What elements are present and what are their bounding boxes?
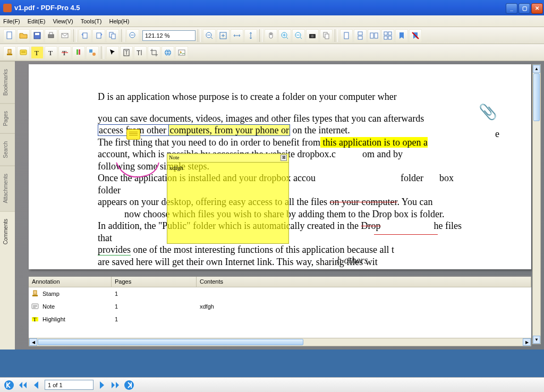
open-button[interactable]	[17, 29, 30, 42]
maximize-button[interactable]: ▢	[518, 3, 530, 14]
note-popup[interactable]: Note⊠ xdfgh	[167, 154, 289, 244]
first-page-button[interactable]	[3, 379, 15, 391]
scroll-thumb-h[interactable]	[38, 339, 303, 345]
svg-text:T: T	[125, 50, 128, 56]
title-bar: v1.pdf - PDF-Pro 4.5 _ ▢ ✕	[0, 0, 544, 15]
scroll-thumb[interactable]	[533, 73, 540, 121]
svg-rect-21	[358, 36, 362, 39]
print-button[interactable]	[45, 29, 57, 42]
zoom-in-button[interactable]	[278, 29, 291, 42]
snapshot-button[interactable]	[306, 29, 319, 42]
scroll-right-arrow[interactable]: ▶	[523, 338, 531, 346]
rotate-left-button[interactable]	[79, 29, 91, 42]
fit-height-button[interactable]	[244, 29, 257, 42]
menu-file[interactable]: File(F)	[3, 18, 20, 24]
attachment-icon[interactable]: 📎	[479, 103, 497, 121]
continuous-facing-button[interactable]	[381, 29, 394, 42]
doc-text: you can save documents, videos, images a…	[98, 113, 462, 125]
svg-rect-20	[358, 32, 362, 35]
copy-button[interactable]	[320, 29, 333, 42]
bookmark-remove-button[interactable]	[409, 29, 422, 42]
prev-page-button[interactable]	[31, 379, 42, 391]
doc-text: The first thing that you need to do in o…	[98, 137, 462, 149]
document-viewport[interactable]: D is an application whose purpose is to …	[15, 61, 544, 350]
menu-edit[interactable]: Edit(E)	[28, 18, 46, 24]
scroll-down-arrow[interactable]: ▼	[533, 336, 540, 344]
highlight-tool-button[interactable]: T	[31, 46, 44, 59]
pencil-tool-button[interactable]	[72, 46, 85, 59]
text-select-button[interactable]: T	[120, 46, 133, 59]
zoom-out-button[interactable]	[203, 29, 216, 42]
page-number-input[interactable]	[45, 380, 94, 390]
svg-point-37	[92, 53, 96, 56]
tab-search[interactable]: Search	[0, 133, 15, 166]
crop-tool-button[interactable]	[148, 46, 160, 59]
menu-view[interactable]: View(V)	[53, 18, 73, 24]
svg-rect-23	[375, 33, 378, 38]
col-annotation[interactable]: Annotation	[29, 277, 112, 287]
line-annotation[interactable]	[374, 234, 438, 235]
menu-tools[interactable]: Tools(T)	[81, 18, 102, 24]
text-tool-button[interactable]: T	[45, 46, 57, 59]
annotation-row[interactable]: Note 1 xdfgh	[29, 300, 531, 313]
tab-bookmarks[interactable]: Bookmarks	[0, 61, 15, 103]
note-popup-body[interactable]: xdfgh	[167, 163, 288, 174]
side-tabs: Bookmarks Pages Search Attachments Comme…	[0, 61, 15, 350]
annotation-row[interactable]: THighlight 1	[29, 313, 531, 326]
zoom-input[interactable]	[142, 30, 196, 41]
shapes-tool-button[interactable]	[86, 46, 99, 59]
tab-comments[interactable]: Comments	[0, 211, 15, 252]
toolbar-annotation: T T T T T	[0, 44, 544, 61]
link-tool-button[interactable]	[162, 46, 174, 59]
prev-page-fast-button[interactable]	[17, 379, 29, 391]
save-button[interactable]	[31, 29, 44, 42]
annotation-row[interactable]: Stamp 1	[29, 287, 531, 300]
last-page-button[interactable]	[123, 379, 135, 391]
app-icon	[3, 4, 12, 12]
tab-pages[interactable]: Pages	[0, 103, 15, 133]
zoom-out-step-button[interactable]	[126, 29, 139, 42]
stamp-tool-button[interactable]	[3, 46, 16, 59]
image-tool-button[interactable]	[175, 46, 188, 59]
note-annotation-icon[interactable]	[126, 129, 140, 140]
next-page-fast-button[interactable]	[109, 379, 121, 391]
vertical-scrollbar[interactable]: ▲ ▼	[532, 64, 541, 344]
ink-annotation[interactable]	[114, 160, 162, 181]
hand-tool-button[interactable]	[265, 29, 277, 42]
note-popup-close[interactable]: ⊠	[280, 155, 287, 161]
stamp-annotation[interactable]: h others	[337, 254, 368, 267]
col-contents[interactable]: Contents	[197, 277, 531, 287]
col-pages[interactable]: Pages	[112, 277, 197, 287]
rotate-right-button[interactable]	[92, 29, 105, 42]
pdf-page[interactable]: D is an application whose purpose is to …	[29, 64, 531, 269]
continuous-button[interactable]	[354, 29, 367, 42]
next-page-button[interactable]	[96, 379, 107, 391]
pages-button[interactable]	[106, 29, 119, 42]
single-page-button[interactable]	[340, 29, 353, 42]
bookmark-button[interactable]	[395, 29, 408, 42]
email-button[interactable]	[58, 29, 71, 42]
doc-text: are saved here will get their own Intern…	[98, 256, 462, 268]
stamp-icon	[31, 289, 39, 298]
facing-button[interactable]	[368, 29, 380, 42]
zoom-tool-button[interactable]	[292, 29, 305, 42]
svg-rect-18	[325, 34, 329, 39]
svg-rect-19	[344, 32, 348, 39]
text-box-button[interactable]: T	[134, 46, 147, 59]
tab-attachments[interactable]: Attachments	[0, 166, 15, 211]
new-button[interactable]	[3, 29, 16, 42]
menu-bar: File(F) Edit(E) View(V) Tools(T) Help(H)	[0, 15, 544, 27]
fit-width-button[interactable]	[231, 29, 243, 42]
scroll-up-arrow[interactable]: ▲	[533, 65, 540, 73]
scroll-left-arrow[interactable]: ◀	[29, 338, 37, 346]
menu-help[interactable]: Help(H)	[109, 18, 129, 24]
strikeout-tool-button[interactable]: T	[58, 46, 71, 59]
close-button[interactable]: ✕	[531, 3, 543, 14]
minimize-button[interactable]: _	[506, 3, 517, 14]
note-tool-button[interactable]	[17, 46, 30, 59]
select-tool-button[interactable]	[106, 46, 119, 59]
horizontal-scrollbar[interactable]: ◀ ▶	[29, 338, 531, 346]
svg-rect-36	[89, 49, 92, 53]
fit-page-button[interactable]	[217, 29, 230, 42]
highlight-icon: T	[31, 315, 39, 323]
